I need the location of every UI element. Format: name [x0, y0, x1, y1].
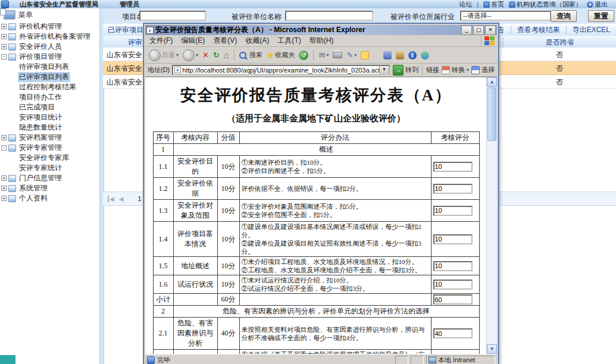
- edit-button[interactable]: ✎▾: [345, 50, 358, 61]
- expand-icon[interactable]: +: [1, 44, 7, 49]
- menu-item[interactable]: 帮助(H): [305, 36, 338, 46]
- address-dropdown-button[interactable]: ▼: [379, 65, 389, 74]
- forward-button[interactable]: →▾: [182, 49, 199, 62]
- tree-item[interactable]: 过程控制考核结果: [1, 82, 99, 92]
- bluetooth-button[interactable]: ᛒ: [407, 51, 418, 60]
- scroll-down-button[interactable]: ▼: [487, 344, 497, 354]
- method-line: ①未对试运行情况进行介绍，扣10分。: [242, 276, 429, 284]
- discuss-button[interactable]: [359, 51, 370, 60]
- tree-item[interactable]: 隐患数量统计: [1, 123, 99, 133]
- unit-name-input[interactable]: [285, 11, 373, 21]
- folder-open-icon: [8, 54, 16, 61]
- tree-item[interactable]: -安评专家管理: [1, 143, 99, 153]
- links-button[interactable]: 链接: [426, 65, 439, 74]
- expand-icon[interactable]: +: [1, 24, 7, 29]
- back-button[interactable]: ←后退▾: [148, 49, 180, 62]
- expand-icon[interactable]: +: [1, 196, 7, 201]
- tree-item[interactable]: 已完成项目: [1, 102, 99, 112]
- score-row: 2.1危险、有害因素辨识与分析40分未按照相关资料对项目危险、有害因素进行辨识与…: [153, 318, 479, 350]
- score-input[interactable]: [433, 280, 473, 290]
- separator: [234, 49, 234, 61]
- print-button[interactable]: [332, 51, 343, 59]
- search-button[interactable]: 搜索: [238, 50, 264, 60]
- tree-item-label: 项目待办工作: [18, 92, 63, 102]
- score-input[interactable]: [433, 234, 473, 244]
- tree-item-label: 过程控制考核结果: [18, 82, 77, 92]
- mail-button[interactable]: ✉▾: [317, 50, 330, 61]
- tree-item[interactable]: 待评审项目列表: [1, 62, 99, 72]
- home-link[interactable]: ⌂首页: [483, 0, 504, 8]
- address-input[interactable]: e http://localhost:8080/aqpj/UI/appro/ex…: [172, 65, 390, 75]
- minimize-button[interactable]: _: [461, 26, 472, 35]
- go-button[interactable]: →转到: [393, 65, 418, 76]
- collapse-icon[interactable]: -: [1, 54, 7, 59]
- content-cell: 地址概述: [173, 257, 217, 275]
- bluetooth-icon: ᛒ: [408, 51, 417, 59]
- expand-icon[interactable]: +: [1, 135, 7, 140]
- tree-item[interactable]: 已评审项目列表: [1, 72, 99, 82]
- research-button[interactable]: [395, 51, 405, 60]
- tree-item[interactable]: -评价项目管理: [1, 52, 99, 62]
- scroll-up-button[interactable]: ▲: [487, 77, 497, 87]
- logout-link[interactable]: ●退出: [587, 0, 608, 8]
- note-icon: [361, 51, 369, 59]
- ie-titlebar[interactable]: e 安全评价报告质量考核评分表（A） - Microsoft Internet …: [145, 25, 497, 35]
- tree-item[interactable]: 安评专家统计: [1, 163, 99, 173]
- mobile-button[interactable]: [382, 51, 393, 60]
- score-input[interactable]: [433, 328, 473, 338]
- expand-icon[interactable]: +: [1, 175, 7, 181]
- tree-item[interactable]: +个人资料: [1, 193, 99, 203]
- input-cell: [431, 294, 479, 306]
- score-input[interactable]: [433, 206, 473, 216]
- select-button[interactable]: 选择: [471, 65, 495, 74]
- row-number-cell: 小计: [153, 294, 173, 306]
- forum-link[interactable]: 论坛: [459, 0, 472, 8]
- search-form: 项目名称 被评价单位名称 被评价单位所属行业 --请选择-- ▼ 查询 重置: [103, 8, 616, 24]
- refresh-button[interactable]: ↻: [212, 50, 221, 61]
- tree-item[interactable]: +评价机构管理: [1, 21, 99, 32]
- tree-item[interactable]: 项目待办工作: [1, 92, 99, 102]
- collapse-icon[interactable]: -: [1, 145, 7, 150]
- maximize-button[interactable]: □: [473, 26, 484, 35]
- first-page-button[interactable]: ◀: [108, 196, 114, 202]
- ie-page-icon: e: [174, 67, 181, 73]
- menu-item[interactable]: 文件(F): [145, 36, 177, 46]
- tree-item[interactable]: +安全评价人员: [1, 42, 99, 52]
- history-button[interactable]: ↺: [298, 50, 309, 61]
- tree-item[interactable]: +外省评价机构备案管理: [1, 32, 99, 42]
- query-button[interactable]: 查询: [551, 10, 577, 22]
- score-input[interactable]: [433, 294, 473, 305]
- expand-icon[interactable]: +: [1, 186, 7, 191]
- org-status-link[interactable]: ○机构状态查询（国家）: [509, 0, 582, 8]
- close-button[interactable]: ✕: [485, 26, 496, 35]
- stop-button[interactable]: ✕: [201, 50, 210, 61]
- intranet-icon: [429, 357, 436, 363]
- menu-item[interactable]: 查看(V): [209, 36, 241, 46]
- project-name-input[interactable]: [139, 11, 206, 21]
- messenger-button[interactable]: [420, 51, 430, 60]
- industry-select[interactable]: --请选择-- ▼: [460, 11, 561, 21]
- grid-action-button[interactable]: 导出EXCEL: [567, 25, 616, 35]
- grid-action-button[interactable]: 查看考核结果: [511, 25, 566, 35]
- menu-item[interactable]: 收藏(A): [241, 36, 273, 46]
- score-input[interactable]: [433, 261, 473, 271]
- menu-item[interactable]: 工具(T): [273, 36, 305, 46]
- tree-item[interactable]: 安全评价专家库: [1, 153, 99, 163]
- convert-button[interactable]: 转换▾: [442, 65, 469, 74]
- reset-button[interactable]: 重置: [588, 10, 614, 22]
- expand-icon[interactable]: +: [1, 34, 7, 39]
- score-input[interactable]: [433, 184, 473, 194]
- folder-icon: [8, 23, 16, 30]
- score-input[interactable]: [433, 162, 473, 172]
- separator: |: [477, 0, 479, 8]
- prev-page-button[interactable]: ◀: [119, 196, 124, 202]
- tree-item[interactable]: 安评项目统计: [1, 112, 99, 123]
- tree-item[interactable]: +安评档案管理: [1, 133, 99, 143]
- vertical-scrollbar[interactable]: ▲ ▼: [486, 77, 497, 354]
- menu-item[interactable]: 编辑(E): [177, 36, 209, 46]
- tree-item[interactable]: +门户信息管理: [1, 173, 99, 183]
- scrollbar-thumb[interactable]: [487, 87, 496, 141]
- favorites-button[interactable]: ★收藏夹: [265, 50, 296, 61]
- tree-item[interactable]: +系统管理: [1, 183, 99, 193]
- home-button[interactable]: ⌂: [223, 50, 230, 61]
